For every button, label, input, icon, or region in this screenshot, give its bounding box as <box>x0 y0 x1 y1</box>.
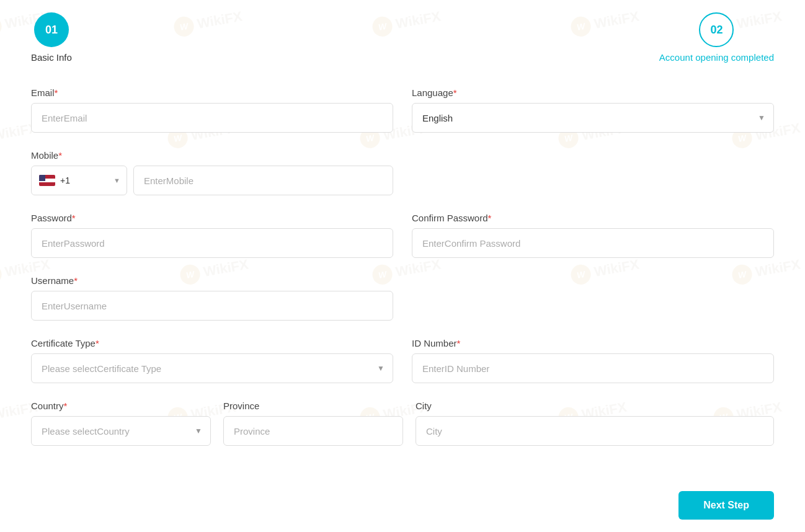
country-required-star: * <box>64 401 68 411</box>
page-container: 01 Basic Info 02 Account opening complet… <box>0 0 805 488</box>
phone-code-button[interactable]: +1 ▼ <box>31 166 127 195</box>
confirm-password-label: Confirm Password* <box>412 213 774 223</box>
phone-code-dropdown-arrow: ▼ <box>113 177 120 184</box>
confirm-password-required-star: * <box>488 213 492 223</box>
mobile-placeholder-group <box>412 150 774 195</box>
row-certificate-id: Certificate Type* Please selectCertifica… <box>31 338 774 383</box>
form-container: Email* Language* English Chinese Spanish… <box>31 87 774 446</box>
password-label: Password* <box>31 213 393 223</box>
email-group: Email* <box>31 87 393 133</box>
mobile-group: Mobile* +1 ▼ <box>31 150 393 195</box>
certificate-type-select[interactable]: Please selectCertificate Type Passport N… <box>31 353 393 383</box>
country-select-wrapper: Please selectCountry United States China… <box>31 416 211 446</box>
confirm-password-input[interactable] <box>412 228 774 258</box>
mobile-required-star: * <box>58 150 62 161</box>
city-group: City <box>416 401 774 446</box>
username-placeholder-right <box>412 275 774 321</box>
certificate-type-select-wrapper: Please selectCertificate Type Passport N… <box>31 353 393 383</box>
phone-code-text: +1 <box>60 175 70 185</box>
province-input[interactable] <box>223 416 403 446</box>
mobile-input-row: +1 ▼ <box>31 166 393 195</box>
id-required-star: * <box>457 338 461 348</box>
language-select[interactable]: English Chinese Spanish French Arabic <box>412 103 774 133</box>
city-label: City <box>416 401 774 411</box>
certificate-type-group: Certificate Type* Please selectCertifica… <box>31 338 393 383</box>
phone-code-wrapper: +1 ▼ <box>31 166 127 195</box>
mobile-input[interactable] <box>133 166 393 195</box>
language-label: Language* <box>412 87 774 98</box>
province-label: Province <box>223 401 403 411</box>
step-2: 02 Account opening completed <box>659 12 774 63</box>
country-label: Country* <box>31 401 211 411</box>
id-number-label: ID Number* <box>412 338 774 348</box>
email-input[interactable] <box>31 103 393 133</box>
steps-header: 01 Basic Info 02 Account opening complet… <box>31 12 774 63</box>
password-input[interactable] <box>31 228 393 258</box>
email-label: Email* <box>31 87 393 98</box>
country-group: Country* Please selectCountry United Sta… <box>31 401 211 446</box>
username-label: Username* <box>31 275 393 286</box>
row-location: Country* Please selectCountry United Sta… <box>31 401 774 446</box>
country-select[interactable]: Please selectCountry United States China… <box>31 416 211 446</box>
step-1-label: Basic Info <box>31 52 72 63</box>
language-select-wrapper: English Chinese Spanish French Arabic ▼ <box>412 103 774 133</box>
step-2-label: Account opening completed <box>659 52 774 63</box>
password-group: Password* <box>31 213 393 258</box>
language-group: Language* English Chinese Spanish French… <box>412 87 774 133</box>
city-input[interactable] <box>416 416 774 446</box>
id-number-group: ID Number* <box>412 338 774 383</box>
step-1: 01 Basic Info <box>31 12 72 63</box>
next-step-button[interactable]: Next Step <box>678 491 774 520</box>
username-input[interactable] <box>31 291 393 321</box>
us-flag-icon <box>39 175 55 186</box>
certificate-type-label: Certificate Type* <box>31 338 393 348</box>
step-2-number: 02 <box>710 24 723 37</box>
row-email-language: Email* Language* English Chinese Spanish… <box>31 87 774 133</box>
row-username: Username* <box>31 275 774 321</box>
password-required-star: * <box>72 213 76 223</box>
confirm-password-group: Confirm Password* <box>412 213 774 258</box>
username-required-star: * <box>74 275 78 286</box>
username-group: Username* <box>31 275 393 321</box>
row-mobile: Mobile* +1 ▼ <box>31 150 774 195</box>
step-1-number: 01 <box>45 24 58 37</box>
email-required-star: * <box>55 87 58 98</box>
province-group: Province <box>223 401 403 446</box>
mobile-label: Mobile* <box>31 150 393 161</box>
row-passwords: Password* Confirm Password* <box>31 213 774 258</box>
id-number-input[interactable] <box>412 353 774 383</box>
step-1-circle: 01 <box>34 12 69 47</box>
cert-required-star: * <box>96 338 99 348</box>
language-required-star: * <box>453 87 457 98</box>
step-2-circle: 02 <box>699 12 734 47</box>
